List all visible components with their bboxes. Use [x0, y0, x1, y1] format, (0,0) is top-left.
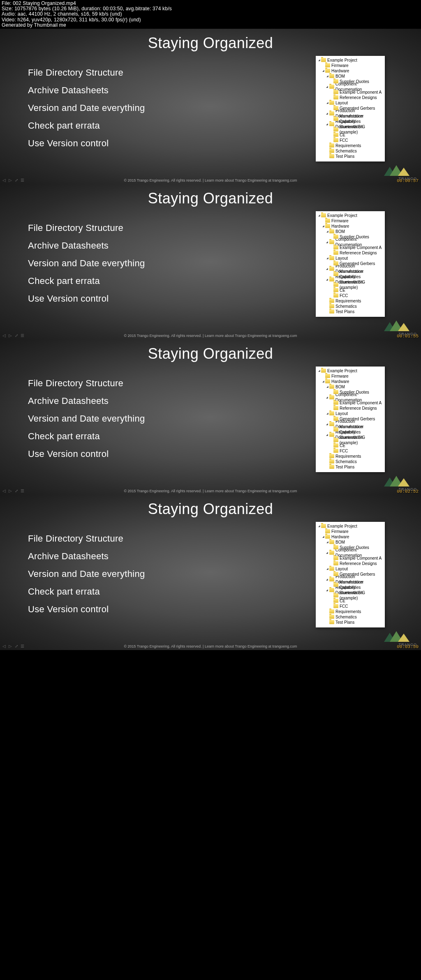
- folder-icon: [333, 138, 338, 142]
- frame-timestamp: 00:01:55: [397, 334, 419, 339]
- folder-icon: [329, 122, 334, 126]
- tree-row: Firmware: [317, 529, 383, 534]
- folder-icon: [329, 567, 334, 571]
- slide-controls: ◁ ▷ ⤢ ☰: [2, 178, 25, 182]
- folder-icon: [325, 374, 330, 378]
- folder-icon: [333, 117, 338, 121]
- collapse-icon: [317, 524, 321, 528]
- tree-label: CE: [340, 598, 345, 604]
- tree-row: Bluetooth SIG (example): [317, 593, 383, 598]
- tree-row: Referenece Designs: [317, 95, 383, 100]
- collapse-icon: [326, 540, 329, 544]
- folder-icon: [329, 385, 334, 389]
- collapse-icon: [317, 369, 321, 373]
- tree-label: CE: [340, 288, 345, 293]
- folder-icon: [329, 620, 334, 624]
- tree-row: Hardware: [317, 534, 383, 540]
- folder-icon: [325, 63, 330, 67]
- mountain-icon: [398, 478, 409, 487]
- tree-label: FCC: [340, 293, 348, 298]
- tree-row: Example Project: [317, 368, 383, 374]
- folder-icon: [329, 588, 334, 592]
- tree-label: Hardware: [331, 68, 349, 74]
- slide-bullet: File Directory Structure: [28, 375, 145, 392]
- folder-icon: [321, 213, 326, 217]
- folder-icon: [333, 251, 338, 255]
- collapse-icon: [326, 74, 329, 78]
- tree-label: Example Project: [327, 58, 357, 63]
- tree-label: FCC: [340, 448, 348, 454]
- tree-label: Test Plans: [335, 464, 354, 470]
- tree-row: Schematics: [317, 148, 383, 154]
- slide-bullet: Archive Datasheets: [28, 237, 145, 255]
- folder-icon: [329, 309, 334, 314]
- tree-label: Bluetooth SIG (example): [340, 435, 383, 445]
- tree-label: Bluetooth SIG (example): [340, 279, 383, 290]
- folder-icon: [329, 111, 334, 115]
- tree-label: BOM: [335, 540, 345, 545]
- slide-bullet: Archive Datasheets: [28, 392, 145, 410]
- tree-row: Layout: [317, 566, 383, 572]
- folder-icon: [325, 535, 330, 539]
- slide-bullet: Version and Date everything: [28, 99, 145, 117]
- slide-bullet: File Directory Structure: [28, 530, 145, 548]
- tree-label: Requirements: [335, 454, 361, 459]
- folder-icon: [333, 556, 338, 560]
- folder-icon: [333, 401, 338, 405]
- tree-label: Firmware: [331, 374, 349, 379]
- mountain-icon: [398, 323, 409, 331]
- folder-icon: [329, 101, 334, 105]
- folder-icon: [329, 454, 334, 458]
- slide-footer: © 2015 Trango Engineering. All rights re…: [0, 332, 421, 339]
- slide-title: Staying Organized: [0, 495, 421, 518]
- slide-bullet-list: File Directory StructureArchive Datashee…: [28, 530, 145, 618]
- tree-row: BOM: [317, 229, 383, 234]
- tree-label: CE: [340, 443, 345, 448]
- video-thumbnail-frame: Staying OrganizedFile Directory Structur…: [0, 184, 421, 339]
- directory-tree-panel: Example ProjectFirmwareHardwareBOMSuppli…: [316, 211, 385, 317]
- folder-icon: [333, 593, 338, 597]
- frame-timestamp: 00:03:50: [397, 644, 419, 649]
- slide-bullet: Use Version control: [28, 290, 145, 308]
- collapse-icon: [326, 240, 329, 244]
- tree-label: Test Plans: [335, 154, 354, 159]
- folder-icon: [329, 540, 334, 544]
- collapse-icon: [326, 122, 329, 126]
- collapse-icon: [322, 69, 325, 73]
- folder-icon: [329, 85, 334, 89]
- tree-label: CE: [340, 132, 345, 138]
- tree-row: Example Component A: [317, 556, 383, 561]
- collapse-icon: [322, 379, 325, 383]
- tree-row: FCC: [317, 293, 383, 298]
- folder-icon: [325, 224, 330, 228]
- tree-label: BOM: [335, 229, 345, 234]
- folder-icon: [333, 572, 338, 576]
- slide-bullet: File Directory Structure: [28, 64, 145, 82]
- folder-icon: [329, 422, 334, 426]
- folder-icon: [333, 438, 338, 442]
- tree-label: Referenece Designs: [340, 406, 377, 411]
- tree-row: BOM: [317, 540, 383, 545]
- tree-row: Component Documenation: [317, 550, 383, 556]
- folder-icon: [333, 261, 338, 265]
- folder-icon: [329, 240, 334, 244]
- tree-row: Layout: [317, 100, 383, 106]
- slide-controls: ◁ ▷ ⤢ ☰: [2, 644, 25, 648]
- slide-bullet: File Directory Structure: [28, 219, 145, 237]
- mountain-icon: [398, 634, 409, 642]
- tree-row: Test Plans: [317, 464, 383, 470]
- slide-bullet: Use Version control: [28, 135, 145, 152]
- folder-icon: [329, 615, 334, 619]
- folder-icon: [333, 95, 338, 99]
- tree-label: Example Project: [327, 213, 357, 218]
- frame-timestamp: 00:00:57: [397, 178, 419, 183]
- slide-controls: ◁ ▷ ⤢ ☰: [2, 333, 25, 338]
- directory-tree-panel: Example ProjectFirmwareHardwareBOMSuppli…: [316, 522, 385, 627]
- collapse-icon: [326, 422, 329, 426]
- tree-row: Schematics: [317, 304, 383, 309]
- folder-icon: [329, 304, 334, 308]
- tree-row: BOM: [317, 384, 383, 390]
- folder-icon: [333, 106, 338, 110]
- slide-bullet-list: File Directory StructureArchive Datashee…: [28, 64, 145, 152]
- collapse-icon: [326, 395, 329, 399]
